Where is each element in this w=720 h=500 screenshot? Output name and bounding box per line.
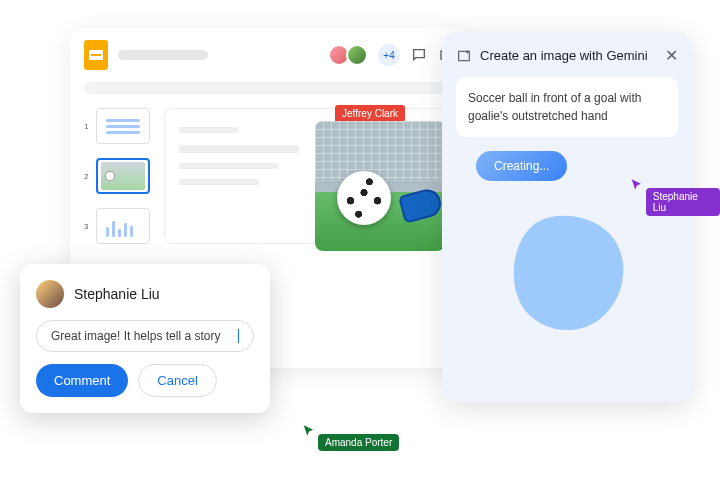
text-placeholder: [179, 179, 259, 185]
cursor-label: Stephanie Liu: [646, 188, 720, 216]
text-cursor: [238, 329, 239, 343]
commenter-name: Stephanie Liu: [74, 286, 160, 302]
slide-canvas[interactable]: Jeffrey Clark: [164, 108, 456, 244]
slide-thumb-2[interactable]: [96, 158, 150, 194]
gemini-loading-area: [456, 195, 678, 345]
toolbar-strip[interactable]: [84, 82, 456, 94]
text-placeholder: [179, 163, 279, 169]
comment-submit-button[interactable]: Comment: [36, 364, 128, 397]
doc-title-placeholder[interactable]: [118, 50, 208, 60]
thumb-row[interactable]: 3: [84, 208, 150, 244]
gemini-header: Create an image with Gemini ✕: [456, 46, 678, 65]
slide-thumbnails: 1 2 3: [84, 108, 150, 244]
slide-thumb-3[interactable]: [96, 208, 150, 244]
close-icon[interactable]: ✕: [665, 46, 678, 65]
create-image-icon: [456, 48, 472, 64]
app-topbar: +4: [70, 28, 470, 82]
comment-icon[interactable]: [410, 46, 428, 64]
thumb-number: 3: [84, 222, 90, 231]
comment-header: Stephanie Liu: [36, 280, 254, 308]
soccer-ball: [337, 171, 391, 225]
text-placeholder: [179, 145, 299, 153]
slide-image-soccer[interactable]: [315, 121, 445, 251]
gemini-panel: Create an image with Gemini ✕ Soccer bal…: [442, 32, 692, 402]
collaborator-cursor: Amanda Porter: [302, 424, 399, 451]
goal-net: [315, 121, 445, 181]
thumb-row[interactable]: 1: [84, 108, 150, 144]
comment-popup: Stephanie Liu Great image! It helps tell…: [20, 264, 270, 413]
thumb-row[interactable]: 2: [84, 158, 150, 194]
thumb-number: 1: [84, 122, 90, 131]
slides-logo-icon: [84, 40, 108, 70]
goalie-glove: [398, 186, 444, 223]
collaborator-cursor: Stephanie Liu: [630, 178, 720, 216]
thumb-number: 2: [84, 172, 90, 181]
loading-blob: [492, 195, 642, 345]
collaborator-count-badge[interactable]: +4: [378, 44, 400, 66]
slide-thumb-1[interactable]: [96, 108, 150, 144]
collaborator-avatar[interactable]: [346, 44, 368, 66]
collaborator-avatars: [328, 44, 368, 66]
comment-input[interactable]: Great image! It helps tell a story: [36, 320, 254, 352]
commenter-avatar: [36, 280, 64, 308]
workspace: 1 2 3 Jeffrey Clark: [70, 94, 470, 258]
cursor-label: Amanda Porter: [318, 434, 399, 451]
gemini-title: Create an image with Gemini: [480, 48, 657, 63]
gemini-status-pill: Creating...: [476, 151, 567, 181]
text-placeholder: [179, 127, 239, 133]
comment-actions: Comment Cancel: [36, 364, 254, 397]
collaborator-cursor-tag: Jeffrey Clark: [335, 105, 405, 122]
gemini-prompt-box[interactable]: Soccer ball in front of a goal with goal…: [456, 77, 678, 137]
comment-input-text: Great image! It helps tell a story: [51, 329, 220, 343]
comment-cancel-button[interactable]: Cancel: [138, 364, 216, 397]
